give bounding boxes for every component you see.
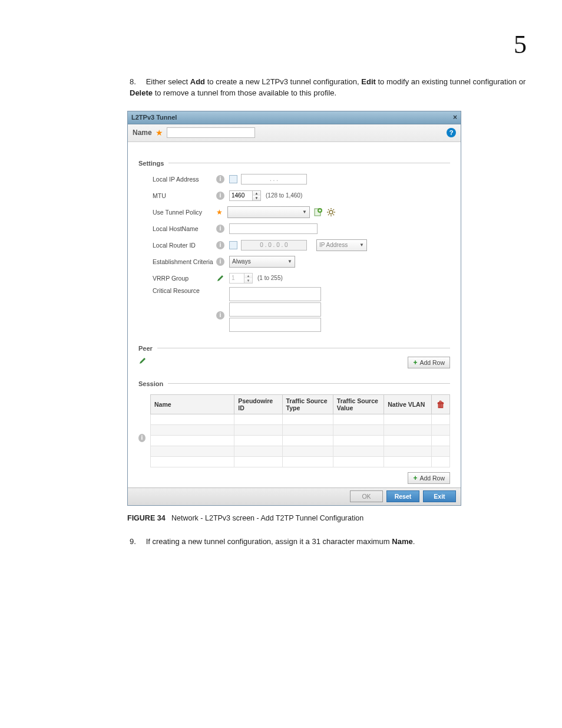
step9-pre: If creating a new tunnel configuration, …	[146, 537, 392, 546]
vrrp-label: VRRP Group	[153, 275, 216, 282]
mtu-hint: (128 to 1,460)	[266, 192, 302, 199]
step8-mid2: to modify an existing tunnel configurati…	[376, 77, 525, 86]
ok-button[interactable]: OK	[350, 490, 383, 502]
vrrp-spinner[interactable]: ▲▼	[229, 273, 253, 284]
mtu-spinner[interactable]: ▲▼	[229, 190, 261, 201]
name-label: Name	[133, 129, 152, 137]
dialog-titlebar: L2TPv3 Tunnel ×	[128, 111, 461, 124]
spinner-down-icon[interactable]: ▼	[253, 196, 260, 200]
info-icon[interactable]: i	[216, 311, 224, 319]
instruction-step-9: If creating a new tunnel configuration, …	[130, 536, 542, 548]
table-row[interactable]	[151, 414, 450, 424]
col-traffic-source-type[interactable]: Traffic Source Type	[282, 394, 333, 414]
table-row[interactable]	[151, 424, 450, 435]
table-row[interactable]	[151, 446, 450, 456]
info-icon[interactable]: i	[216, 175, 224, 183]
name-row: Name ★ ?	[128, 124, 461, 142]
instruction-step-8: Either select Add to create a new L2TPv3…	[130, 77, 542, 99]
pencil-icon[interactable]	[138, 357, 147, 365]
reset-button[interactable]: Reset	[386, 490, 419, 502]
local-router-id-label: Local Router ID	[153, 242, 216, 249]
page-number: 5	[514, 29, 527, 60]
col-native-vlan[interactable]: Native VLAN	[384, 394, 432, 414]
use-policy-select[interactable]: ▼	[227, 206, 310, 218]
spinner-up-icon[interactable]: ▲	[253, 191, 260, 196]
info-icon[interactable]: i	[216, 192, 224, 200]
table-row[interactable]	[151, 456, 450, 467]
critical-resource-item[interactable]	[229, 287, 321, 301]
router-id-type-select[interactable]: IP Address▼	[316, 239, 367, 251]
name-input[interactable]	[167, 127, 255, 138]
local-ip-checkbox[interactable]	[229, 175, 237, 183]
svg-point-2	[329, 210, 333, 214]
chevron-down-icon: ▼	[302, 209, 307, 215]
est-criteria-select[interactable]: Always▼	[229, 256, 295, 268]
vrrp-input[interactable]	[230, 274, 244, 283]
vrrp-hint: (1 to 255)	[257, 275, 283, 281]
dialog-footer: OK Reset Exit	[128, 487, 461, 505]
settings-section: Settings Local IP Address i . . . MTU i	[138, 155, 450, 333]
figure-text: Network - L2TPv3 screen - Add T2TP Tunne…	[171, 514, 363, 522]
required-star-icon: ★	[216, 208, 223, 216]
session-add-row-button[interactable]: +Add Row	[408, 472, 450, 484]
required-star-icon: ★	[156, 128, 163, 137]
figure-caption: FIGURE 34 Network - L2TPv3 screen - Add …	[127, 514, 527, 522]
col-traffic-source-value[interactable]: Traffic Source Value	[333, 394, 384, 414]
local-ip-input[interactable]: . . .	[241, 174, 307, 185]
plus-icon: +	[413, 358, 417, 367]
step9-post: .	[413, 537, 415, 546]
critical-resource-item[interactable]	[229, 318, 321, 332]
gear-icon[interactable]	[326, 207, 336, 217]
create-policy-icon[interactable]	[313, 207, 323, 217]
local-router-id-input[interactable]: 0 . 0 . 0 . 0	[241, 240, 307, 251]
step9-name: Name	[392, 537, 412, 546]
spinner-up-icon[interactable]: ▲	[244, 274, 252, 278]
peer-label: Peer	[138, 345, 153, 352]
l2tpv3-tunnel-dialog: L2TPv3 Tunnel × Name ★ ? Settings Local …	[127, 111, 461, 506]
settings-label: Settings	[138, 160, 164, 167]
mtu-input[interactable]	[230, 191, 252, 200]
step8-post: to remove a tunnel from those available …	[153, 88, 336, 97]
step8-edit: Edit	[361, 77, 376, 86]
spinner-down-icon[interactable]: ▼	[244, 278, 252, 283]
plus-icon: +	[413, 474, 417, 482]
session-label: Session	[138, 380, 163, 387]
info-icon[interactable]: i	[216, 241, 224, 249]
critical-resource-list[interactable]	[229, 287, 321, 333]
info-icon[interactable]: i	[138, 434, 146, 442]
step8-delete: Delete	[130, 88, 153, 97]
critical-resource-item[interactable]	[229, 302, 321, 317]
step8-mid1: to create a new L2TPv3 tunnel configurat…	[205, 77, 361, 86]
local-hostname-input[interactable]	[229, 223, 318, 234]
figure-label: FIGURE 34	[127, 514, 166, 522]
session-table: Name Pseudowire ID Traffic Source Type T…	[150, 394, 450, 467]
step8-add: Add	[190, 77, 205, 86]
peer-section: Peer +Add Row	[138, 340, 450, 368]
info-icon[interactable]: i	[216, 225, 224, 233]
chevron-down-icon: ▼	[287, 259, 292, 264]
help-icon[interactable]: ?	[447, 128, 456, 137]
est-criteria-label: Establishment Criteria	[153, 258, 216, 265]
col-pseudowire-id[interactable]: Pseudowire ID	[234, 394, 282, 414]
col-name[interactable]: Name	[151, 394, 234, 414]
table-row[interactable]	[151, 435, 450, 446]
mtu-label: MTU	[153, 192, 216, 199]
session-section: Session i Name Pseudowire ID Traffic Sou…	[138, 375, 450, 484]
local-hostname-label: Local HostName	[153, 225, 216, 232]
use-policy-label: Use Tunnel Policy	[153, 209, 216, 216]
step8-pre: Either select	[146, 77, 190, 86]
exit-button[interactable]: Exit	[423, 490, 456, 502]
critical-resource-label: Critical Resource	[153, 287, 216, 294]
chevron-down-icon: ▼	[359, 242, 364, 248]
local-router-id-checkbox[interactable]	[229, 241, 237, 249]
peer-add-row-button[interactable]: +Add Row	[408, 357, 450, 368]
close-icon[interactable]: ×	[453, 113, 457, 121]
trash-icon[interactable]: 🗑	[437, 400, 445, 409]
col-delete: 🗑	[432, 394, 450, 414]
info-icon[interactable]: i	[216, 258, 224, 266]
dialog-title: L2TPv3 Tunnel	[131, 114, 453, 121]
local-ip-label: Local IP Address	[153, 176, 216, 183]
pencil-icon[interactable]	[216, 274, 224, 282]
